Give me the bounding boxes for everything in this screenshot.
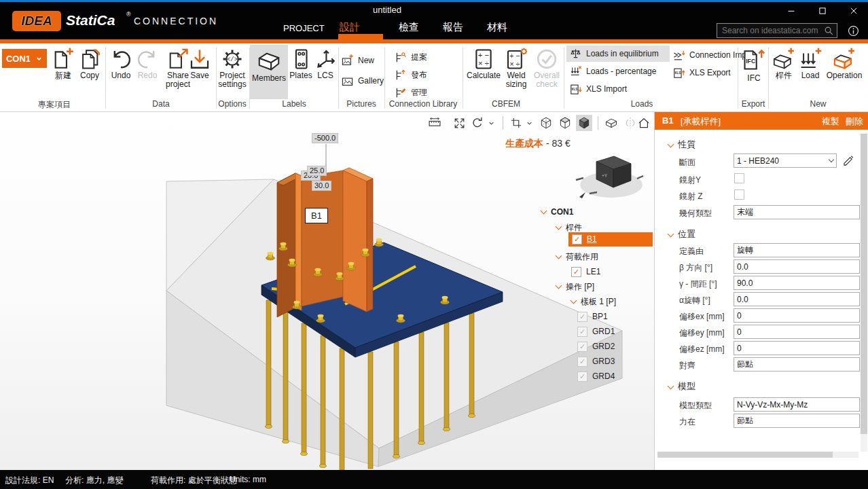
checkbox-b1[interactable]: [572, 234, 582, 244]
tab-check[interactable]: 檢查: [399, 21, 419, 34]
tree-node-b1-selected[interactable]: B1: [568, 232, 653, 247]
alpha-rotation-input[interactable]: [734, 292, 860, 306]
measure-tool-button[interactable]: [427, 115, 443, 131]
alpha-rotation-label: α旋轉 [°]: [679, 295, 710, 306]
ifc-export-button[interactable]: IFC: [740, 46, 767, 83]
labels-members-toggle[interactable]: Members: [250, 45, 288, 99]
clip-view-button[interactable]: [603, 115, 619, 131]
weld-sizing-button[interactable]: Weld sizing: [501, 48, 531, 89]
align-input[interactable]: [734, 357, 860, 372]
redo-button[interactable]: Redo: [134, 48, 160, 80]
tree-node-template[interactable]: 樣板 1 [P]: [571, 295, 616, 308]
member-tag-b1[interactable]: B1: [305, 208, 328, 223]
chevron-down-icon[interactable]: [556, 283, 562, 289]
tab-report[interactable]: 報告: [443, 21, 463, 34]
overall-check-button[interactable]: Overall check: [530, 48, 563, 89]
offset-ey-input[interactable]: [734, 325, 860, 339]
tree-node-grd2[interactable]: GRD2: [577, 340, 615, 353]
labels-lcs-toggle[interactable]: LCS: [313, 48, 338, 80]
con1-selector[interactable]: CON1: [2, 49, 47, 68]
view-wireframe-button[interactable]: [538, 115, 554, 131]
library-manage-button[interactable]: 管理: [394, 85, 427, 100]
tree-node-grd4[interactable]: GRD4: [577, 369, 615, 383]
tree-node-con1[interactable]: CON1: [541, 205, 573, 219]
tab-materials[interactable]: 材料: [487, 21, 507, 34]
section-collapse-position[interactable]: [668, 231, 674, 238]
checkbox-bp1[interactable]: [577, 312, 587, 322]
home-view-button[interactable]: [636, 115, 652, 131]
project-settings-button[interactable]: Project settings: [214, 48, 251, 89]
picture-gallery-button[interactable]: Gallery: [341, 73, 384, 88]
info-icon[interactable]: [847, 24, 860, 37]
library-propose-button[interactable]: 提案: [394, 50, 427, 65]
xls-export-button[interactable]: XLS Export: [672, 65, 731, 80]
rotate-options-dropdown[interactable]: [486, 115, 496, 131]
chevron-down-icon[interactable]: [556, 253, 562, 259]
chevron-down-icon[interactable]: [571, 297, 577, 304]
vertical-scrollbar[interactable]: [861, 132, 867, 452]
gamma-pitch-input[interactable]: [734, 276, 860, 290]
new-operation-button[interactable]: Operation: [822, 48, 867, 80]
vertical-scrollbar-thumb[interactable]: [861, 134, 867, 434]
cross-section-dropdown[interactable]: 1 - HEB240: [734, 153, 837, 168]
tree-node-bp1[interactable]: BP1: [577, 310, 608, 323]
define-by-input[interactable]: [734, 243, 860, 257]
new-member-button[interactable]: 桿件: [771, 48, 797, 80]
model-type-input[interactable]: [734, 397, 860, 412]
zoom-fit-button[interactable]: [451, 115, 467, 131]
maximize-button[interactable]: [811, 3, 834, 19]
picture-new-button[interactable]: New: [341, 53, 374, 68]
xls-import-button[interactable]: XLS Import: [569, 82, 627, 96]
crop-options-dropdown[interactable]: [524, 115, 534, 131]
tree-node-operations[interactable]: 操作 [P]: [556, 280, 594, 293]
offset-ez-input[interactable]: [734, 341, 860, 355]
mirror-y-checkbox[interactable]: [734, 173, 744, 183]
mirror-z-checkbox[interactable]: [734, 189, 744, 200]
copy-button[interactable]: Copy: [76, 48, 103, 80]
group-label-project: 專案項目: [14, 99, 95, 111]
horizontal-scrollbar-thumb[interactable]: [657, 452, 833, 458]
save-button[interactable]: Save: [185, 48, 214, 80]
section-collapse-model[interactable]: [668, 383, 674, 390]
loads-in-equilibrium-toggle[interactable]: Loads in equilibrium: [569, 46, 659, 61]
edit-section-pencil-icon[interactable]: [842, 153, 856, 167]
rotate-view-button[interactable]: [469, 115, 486, 131]
minimize-button[interactable]: [780, 3, 803, 19]
undo-button[interactable]: Undo: [107, 48, 134, 80]
labels-plates-toggle[interactable]: Plates: [288, 48, 314, 80]
search-input[interactable]: [717, 23, 837, 38]
tab-project[interactable]: PROJECT: [283, 23, 325, 33]
new-project-item-button[interactable]: 新建: [49, 48, 77, 80]
search-icon[interactable]: [823, 25, 835, 37]
section-collapse-props[interactable]: [668, 141, 674, 148]
checkbox-grd4[interactable]: [577, 372, 587, 382]
view-hidden-line-button[interactable]: [557, 115, 573, 131]
calculate-button[interactable]: Calculate: [465, 48, 503, 80]
tree-node-grd3[interactable]: GRD3: [577, 355, 615, 368]
delete-member-button[interactable]: 刪除: [846, 115, 863, 128]
checkbox-grd2[interactable]: [577, 342, 587, 352]
forces-in-input[interactable]: [734, 414, 860, 428]
view-solid-button[interactable]: [576, 115, 592, 131]
beta-direction-input[interactable]: [734, 259, 860, 274]
tree-node-grd1[interactable]: GRD1: [577, 325, 615, 338]
library-publish-button[interactable]: 發布: [394, 67, 427, 82]
viewport-3d[interactable]: +Y -500.0 20.0 25.0 30.0 B1 生產成本 - 83 €: [0, 112, 654, 470]
chevron-down-icon[interactable]: [541, 208, 547, 215]
geometry-type-input[interactable]: [734, 205, 860, 219]
close-button[interactable]: [842, 3, 865, 19]
tree-node-load-effects[interactable]: 荷載作用: [556, 250, 598, 264]
mirror-icon: [623, 116, 637, 130]
copy-member-button[interactable]: 複製: [822, 115, 839, 128]
tree-node-le1[interactable]: LE1: [571, 265, 600, 278]
chevron-down-icon[interactable]: [556, 223, 562, 230]
section-crop-button[interactable]: [508, 115, 524, 131]
loads-percentage-toggle[interactable]: Loads - percentage: [569, 64, 656, 79]
horizontal-scrollbar[interactable]: [657, 452, 858, 458]
checkbox-grd1[interactable]: [577, 327, 587, 337]
new-load-button[interactable]: Load: [798, 48, 822, 80]
checkbox-grd3[interactable]: [577, 357, 587, 367]
offset-ex-input[interactable]: [734, 308, 860, 323]
checkbox-le1[interactable]: [571, 267, 581, 277]
tab-design[interactable]: 設計: [340, 21, 360, 34]
